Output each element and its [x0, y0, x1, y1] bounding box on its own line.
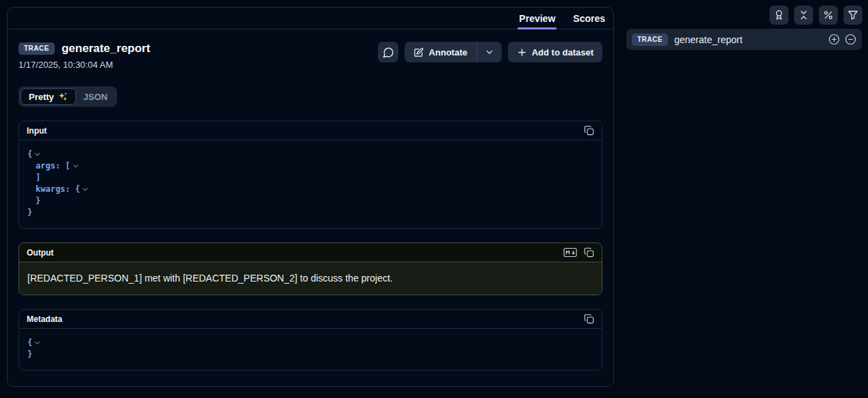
json-line: args: [ [27, 160, 593, 172]
fold-chevron-icon[interactable] [34, 340, 40, 346]
output-section-header: Output [19, 243, 602, 262]
trace-type-badge: TRACE [18, 42, 55, 55]
minus-circle-icon [845, 34, 856, 45]
chevron-down-icon [485, 47, 494, 57]
tab-preview-label: Preview [519, 13, 555, 24]
copy-output-button[interactable] [584, 247, 594, 258]
trace-header: TRACE generate_report 1/17/2025, 10:30:0… [18, 42, 602, 70]
tab-preview[interactable]: Preview [519, 8, 555, 29]
annotate-button[interactable]: Annotate [405, 42, 476, 62]
input-section-title: Input [27, 126, 577, 136]
json-line: ] [27, 172, 593, 184]
filter-button[interactable] [843, 5, 863, 25]
trace-toolbar [769, 5, 863, 25]
json-line: } [27, 207, 593, 219]
tree-trace-badge: TRACE [632, 34, 668, 46]
markdown-toggle-button[interactable] [563, 247, 577, 258]
chevrons-down-up-icon [798, 10, 809, 21]
json-toggle-button[interactable]: JSON [76, 88, 115, 105]
tree-node-actions [828, 34, 856, 45]
plus-circle-icon [828, 34, 840, 45]
annotations-button[interactable] [769, 5, 789, 25]
panel-body: TRACE generate_report 1/17/2025, 10:30:0… [8, 29, 613, 382]
input-json-viewer: {args: []kwargs: {}} [19, 140, 602, 228]
add-to-dataset-label: Add to dataset [532, 47, 593, 58]
percent-metrics-button[interactable] [819, 5, 838, 25]
comment-button[interactable] [378, 42, 398, 62]
percent-icon [823, 10, 834, 21]
sparkles-icon [58, 92, 68, 101]
comment-bubble-icon [383, 47, 394, 58]
preview-tabbar: Preview Scores [8, 8, 613, 29]
plus-icon [517, 47, 527, 58]
json-line: } [27, 349, 593, 360]
expand-all-button[interactable] [828, 34, 840, 45]
pretty-toggle-button[interactable]: Pretty [21, 88, 76, 105]
fold-chevron-icon[interactable] [34, 151, 40, 158]
trace-title: generate_report [62, 42, 150, 55]
metadata-section-title: Metadata [27, 314, 577, 324]
tab-scores[interactable]: Scores [573, 8, 605, 29]
annotate-split-button: Annotate [405, 42, 501, 62]
trace-detail-page: Preview Scores TRACE generate_report 1/1… [0, 0, 868, 398]
tree-trace-label: generate_report [674, 34, 822, 45]
tab-scores-label: Scores [573, 13, 605, 24]
annotate-dropdown-button[interactable] [477, 42, 502, 62]
annotate-pen-icon [413, 47, 424, 58]
trace-header-left: TRACE generate_report 1/17/2025, 10:30:0… [18, 42, 150, 70]
fold-chevron-icon[interactable] [82, 186, 88, 192]
copy-icon [584, 125, 594, 136]
json-line: kwargs: { [27, 184, 593, 195]
metadata-json-viewer: {} [19, 329, 602, 370]
pretty-label: Pretty [29, 92, 54, 102]
collapse-node-button[interactable] [845, 34, 856, 45]
json-line: { [27, 337, 593, 349]
copy-metadata-button[interactable] [584, 314, 594, 324]
copy-input-button[interactable] [584, 125, 594, 136]
trace-timestamp: 1/17/2025, 10:30:04 AM [18, 60, 150, 70]
input-section: Input {args: []kwargs: {}} [18, 121, 602, 229]
collapse-all-button[interactable] [794, 5, 813, 25]
metadata-section-header: Metadata [19, 310, 602, 329]
output-section-title: Output [27, 248, 557, 258]
output-text: [REDACTED_PERSON_1] met with [REDACTED_P… [27, 272, 593, 284]
json-line: } [27, 195, 593, 207]
markdown-icon [563, 247, 577, 258]
json-line: { [27, 149, 593, 160]
annotate-label: Annotate [429, 47, 467, 58]
trace-header-actions: Annotate Add to dataset [378, 42, 602, 62]
fold-chevron-icon[interactable] [73, 163, 79, 169]
filter-funnel-icon [847, 10, 858, 21]
trace-preview-panel: Preview Scores TRACE generate_report 1/1… [7, 7, 614, 387]
metadata-section: Metadata {} [18, 309, 602, 371]
award-icon [774, 10, 784, 21]
add-to-dataset-button[interactable]: Add to dataset [508, 42, 602, 62]
tree-node-trace[interactable]: TRACE generate_report [626, 29, 862, 50]
output-body: [REDACTED_PERSON_1] met with [REDACTED_P… [19, 262, 602, 295]
format-toggle: Pretty JSON [18, 86, 117, 107]
copy-icon [584, 247, 594, 258]
output-section: Output [18, 242, 602, 295]
input-section-header: Input [19, 121, 602, 140]
copy-icon [584, 314, 594, 324]
